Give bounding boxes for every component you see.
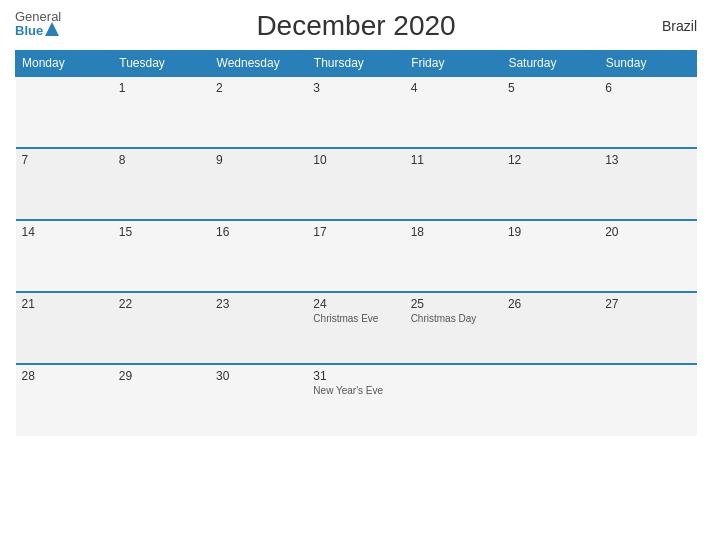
day-number: 16 [216, 225, 301, 239]
week-row-4: 21222324Christmas Eve25Christmas Day2627 [16, 292, 697, 364]
header-monday: Monday [16, 51, 113, 77]
day-number: 24 [313, 297, 398, 311]
day-cell-w2-d5: 11 [405, 148, 502, 220]
week-row-3: 14151617181920 [16, 220, 697, 292]
week-row-1: 123456 [16, 76, 697, 148]
day-number: 17 [313, 225, 398, 239]
day-number: 11 [411, 153, 496, 167]
day-cell-w4-d3: 23 [210, 292, 307, 364]
day-number: 1 [119, 81, 204, 95]
week-row-5: 28293031New Year's Eve [16, 364, 697, 436]
day-number: 12 [508, 153, 593, 167]
day-cell-w4-d1: 21 [16, 292, 113, 364]
day-cell-w2-d7: 13 [599, 148, 696, 220]
day-number: 8 [119, 153, 204, 167]
week-row-2: 78910111213 [16, 148, 697, 220]
day-number: 19 [508, 225, 593, 239]
day-number: 31 [313, 369, 398, 383]
day-cell-w4-d5: 25Christmas Day [405, 292, 502, 364]
day-cell-w5-d1: 28 [16, 364, 113, 436]
day-cell-w4-d2: 22 [113, 292, 210, 364]
day-number: 21 [22, 297, 107, 311]
day-cell-w4-d4: 24Christmas Eve [307, 292, 404, 364]
day-cell-w1-d2: 1 [113, 76, 210, 148]
calendar-title: December 2020 [256, 10, 455, 42]
header-tuesday: Tuesday [113, 51, 210, 77]
day-cell-w5-d5 [405, 364, 502, 436]
day-cell-w3-d3: 16 [210, 220, 307, 292]
day-event: New Year's Eve [313, 385, 398, 396]
day-event: Christmas Day [411, 313, 496, 324]
day-number: 25 [411, 297, 496, 311]
header-saturday: Saturday [502, 51, 599, 77]
day-number: 28 [22, 369, 107, 383]
day-cell-w4-d7: 27 [599, 292, 696, 364]
day-cell-w3-d1: 14 [16, 220, 113, 292]
day-number: 7 [22, 153, 107, 167]
day-number: 14 [22, 225, 107, 239]
day-number: 22 [119, 297, 204, 311]
day-number: 20 [605, 225, 690, 239]
day-cell-w1-d7: 6 [599, 76, 696, 148]
day-number: 29 [119, 369, 204, 383]
day-cell-w1-d6: 5 [502, 76, 599, 148]
day-cell-w1-d4: 3 [307, 76, 404, 148]
day-cell-w3-d5: 18 [405, 220, 502, 292]
day-number: 15 [119, 225, 204, 239]
header-thursday: Thursday [307, 51, 404, 77]
logo-triangle-icon [45, 22, 59, 36]
day-cell-w3-d7: 20 [599, 220, 696, 292]
day-cell-w2-d1: 7 [16, 148, 113, 220]
country-label: Brazil [662, 18, 697, 34]
day-number: 5 [508, 81, 593, 95]
day-number: 9 [216, 153, 301, 167]
logo-blue-text: Blue [15, 24, 43, 38]
day-cell-w5-d6 [502, 364, 599, 436]
header-sunday: Sunday [599, 51, 696, 77]
day-cell-w5-d4: 31New Year's Eve [307, 364, 404, 436]
day-cell-w2-d3: 9 [210, 148, 307, 220]
header-wednesday: Wednesday [210, 51, 307, 77]
day-number: 27 [605, 297, 690, 311]
header-friday: Friday [405, 51, 502, 77]
calendar-header: General Blue December 2020 Brazil [15, 10, 697, 42]
day-number: 13 [605, 153, 690, 167]
day-number: 4 [411, 81, 496, 95]
day-cell-w2-d4: 10 [307, 148, 404, 220]
day-number: 2 [216, 81, 301, 95]
day-cell-w3-d2: 15 [113, 220, 210, 292]
day-cell-w4-d6: 26 [502, 292, 599, 364]
day-cell-w1-d5: 4 [405, 76, 502, 148]
day-cell-w1-d1 [16, 76, 113, 148]
calendar-grid: Monday Tuesday Wednesday Thursday Friday… [15, 50, 697, 436]
day-number: 23 [216, 297, 301, 311]
day-number: 10 [313, 153, 398, 167]
day-cell-w3-d6: 19 [502, 220, 599, 292]
svg-marker-0 [45, 22, 59, 36]
logo: General Blue [15, 10, 61, 39]
day-cell-w2-d2: 8 [113, 148, 210, 220]
day-cell-w3-d4: 17 [307, 220, 404, 292]
day-number: 6 [605, 81, 690, 95]
day-event: Christmas Eve [313, 313, 398, 324]
day-number: 26 [508, 297, 593, 311]
day-number: 30 [216, 369, 301, 383]
day-cell-w1-d3: 2 [210, 76, 307, 148]
day-number: 18 [411, 225, 496, 239]
day-number: 3 [313, 81, 398, 95]
calendar-container: General Blue December 2020 Brazil Monday… [0, 0, 712, 550]
day-cell-w5-d2: 29 [113, 364, 210, 436]
days-header-row: Monday Tuesday Wednesday Thursday Friday… [16, 51, 697, 77]
day-cell-w2-d6: 12 [502, 148, 599, 220]
day-cell-w5-d7 [599, 364, 696, 436]
day-cell-w5-d3: 30 [210, 364, 307, 436]
